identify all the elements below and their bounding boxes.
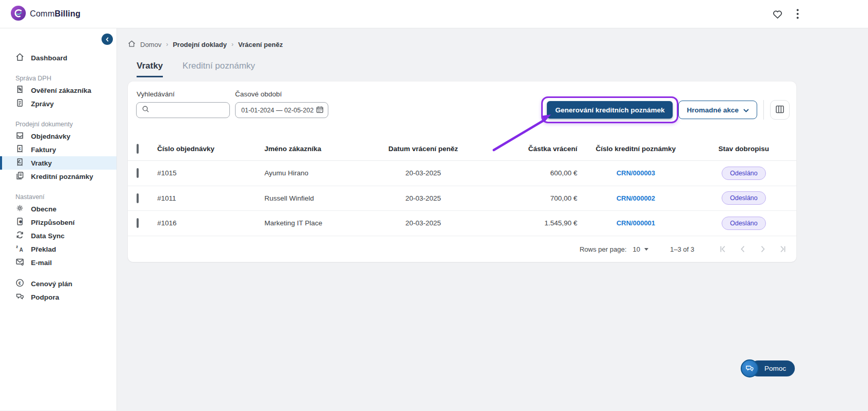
column-header-credit-note[interactable]: Číslo kreditní poznámky: [580, 145, 691, 153]
commbilling-logo-icon: [10, 5, 26, 23]
translate-icon: žA: [15, 244, 24, 254]
credit-note-link[interactable]: CRN/000003: [616, 169, 655, 177]
orders-tray-icon: [15, 131, 24, 141]
columns-icon: [775, 105, 784, 116]
date-range-label: Časové období: [235, 90, 282, 98]
email-settings-icon: [15, 257, 24, 268]
sidebar-item-overeni-zakaznika[interactable]: Ověření zákazníka: [0, 84, 116, 97]
vertical-divider: [763, 100, 764, 120]
annotation-highlight-box: Generování kreditních poznámek: [541, 96, 678, 123]
rows-per-page-select[interactable]: 10: [633, 245, 648, 253]
column-header-customer[interactable]: Jméno zákazníka: [256, 145, 374, 153]
date-range-input[interactable]: 01-01-2024 — 02-05-202: [235, 102, 328, 118]
column-header-date[interactable]: Datum vrácení peněz: [374, 145, 472, 153]
bulk-actions-button[interactable]: Hromadné akce: [678, 101, 757, 119]
sidebar-collapse-button[interactable]: [102, 34, 113, 45]
breadcrumb-prodejni-doklady[interactable]: Prodejní doklady: [173, 41, 227, 48]
table-header-row: Číslo objednávky Jméno zákazníka Datum v…: [128, 137, 796, 161]
report-document-icon: [15, 98, 24, 109]
help-widget: Pomoc: [741, 359, 795, 378]
sidebar-item-email[interactable]: E-mail: [0, 256, 116, 269]
column-header-amount[interactable]: Částka vrácení: [472, 145, 580, 153]
sidebar-item-data-sync[interactable]: Data Sync: [0, 229, 116, 242]
sidebar-item-obecne[interactable]: Obecne: [0, 202, 116, 216]
credit-note-link[interactable]: CRN/000001: [616, 219, 655, 227]
breadcrumb-domov[interactable]: Domov: [140, 41, 161, 48]
row-checkbox[interactable]: [137, 168, 139, 178]
customize-document-icon: ✱: [15, 217, 24, 227]
refund-date: 20-03-2025: [374, 169, 472, 177]
next-page-button[interactable]: [758, 244, 767, 254]
brand-name: CommBilling: [30, 9, 80, 19]
row-checkbox[interactable]: [137, 218, 139, 228]
home-icon: [15, 53, 24, 63]
svg-text:€: €: [19, 281, 21, 286]
table-row: #1015 Ayumu Hirano 20-03-2025 600,00 € C…: [128, 161, 796, 186]
pagination-bar: Rows per page: 10 1–3 of 3: [128, 236, 796, 262]
order-number: #1016: [153, 219, 256, 227]
sidebar: Dashboard Správa DPH Ověření zákazníka Z…: [0, 28, 117, 410]
last-page-button[interactable]: [778, 244, 788, 254]
search-box: [136, 102, 230, 118]
search-input[interactable]: [153, 106, 220, 114]
tab-bar: Vratky Kreditní poznámky: [128, 61, 868, 77]
refund-date: 20-03-2025: [374, 219, 472, 227]
help-chat-icon[interactable]: [741, 359, 759, 377]
column-header-status[interactable]: Stav dobropisu: [691, 145, 796, 153]
select-all-checkbox[interactable]: [137, 144, 139, 154]
pagination-range: 1–3 of 3: [670, 245, 694, 253]
row-checkbox[interactable]: [137, 193, 139, 203]
calendar-icon: [316, 106, 324, 115]
credit-note-link[interactable]: CRN/000002: [616, 194, 655, 202]
sidebar-section-nastaveni: Nastavení: [0, 192, 116, 202]
order-number: #1015: [153, 169, 256, 177]
sidebar-item-cenovy-plan[interactable]: € Cenový plán: [0, 277, 116, 290]
customer-name: Ayumu Hirano: [256, 169, 374, 177]
svg-text:€: €: [19, 146, 21, 151]
table-row: #1011 Russell Winfield 20-03-2025 700,00…: [128, 186, 796, 211]
sidebar-item-dashboard[interactable]: Dashboard: [0, 51, 116, 64]
sidebar-item-kreditni-poznamky[interactable]: Kreditní poznámky: [0, 170, 116, 183]
refunds-card: Vyhledávání Časové období 01-01-2024 — 0…: [128, 81, 796, 262]
support-chat-icon: [15, 292, 24, 302]
kebab-menu-icon[interactable]: [796, 9, 799, 19]
receipt-percent-icon: [15, 85, 24, 95]
svg-text:✱: ✱: [19, 220, 22, 224]
sidebar-item-faktury[interactable]: € Faktury: [0, 143, 116, 156]
status-badge: Odesláno: [722, 167, 766, 180]
customer-name: Marketing IT Place: [256, 219, 374, 227]
tab-vratky[interactable]: Vratky: [137, 61, 163, 77]
breadcrumb-home-icon[interactable]: [128, 40, 136, 49]
status-badge: Odesláno: [722, 217, 766, 230]
status-badge: Odesláno: [722, 191, 766, 205]
sidebar-item-objednavky[interactable]: Objednávky: [0, 129, 116, 143]
generate-credit-notes-button[interactable]: Generování kreditních poznámek: [547, 101, 673, 119]
first-page-button[interactable]: [718, 244, 727, 254]
sidebar-item-prizpusobeni[interactable]: ✱ Přizpůsobení: [0, 216, 116, 229]
sidebar-item-preklad[interactable]: žA Překlad: [0, 242, 116, 256]
sidebar-section-sprava-dph: Správa DPH: [0, 73, 116, 84]
tab-kreditni-poznamky[interactable]: Kreditní poznámky: [182, 61, 255, 77]
svg-text:ž: ž: [16, 244, 18, 249]
sidebar-item-vratky[interactable]: Vratky: [0, 156, 116, 170]
customer-name: Russell Winfield: [256, 194, 374, 202]
sidebar-item-zpravy[interactable]: Zprávy: [0, 97, 116, 110]
refunds-table: Číslo objednávky Jméno zákazníka Datum v…: [128, 137, 796, 236]
table-actions: Generování kreditních poznámek Hromadné …: [541, 96, 790, 123]
refund-date: 20-03-2025: [374, 194, 472, 202]
sidebar-item-podpora[interactable]: Podpora: [0, 290, 116, 304]
column-settings-button[interactable]: [770, 100, 790, 120]
table-row: #1016 Marketing IT Place 20-03-2025 1.54…: [128, 211, 796, 236]
breadcrumb-vraceni-penez: Vrácení peněz: [238, 41, 283, 48]
refund-return-icon: [15, 158, 24, 168]
brand-logo[interactable]: CommBilling: [10, 5, 80, 23]
rows-per-page-label: Rows per page:: [579, 245, 626, 253]
topbar: CommBilling: [0, 0, 868, 28]
chevron-down-icon: [743, 106, 749, 114]
search-icon: [142, 105, 149, 115]
column-header-order[interactable]: Číslo objednávky: [153, 145, 256, 153]
search-label: Vyhledávání: [137, 90, 175, 98]
previous-page-button[interactable]: [738, 244, 747, 254]
favorites-heart-icon[interactable]: [772, 9, 783, 19]
gear-icon: [15, 204, 24, 214]
